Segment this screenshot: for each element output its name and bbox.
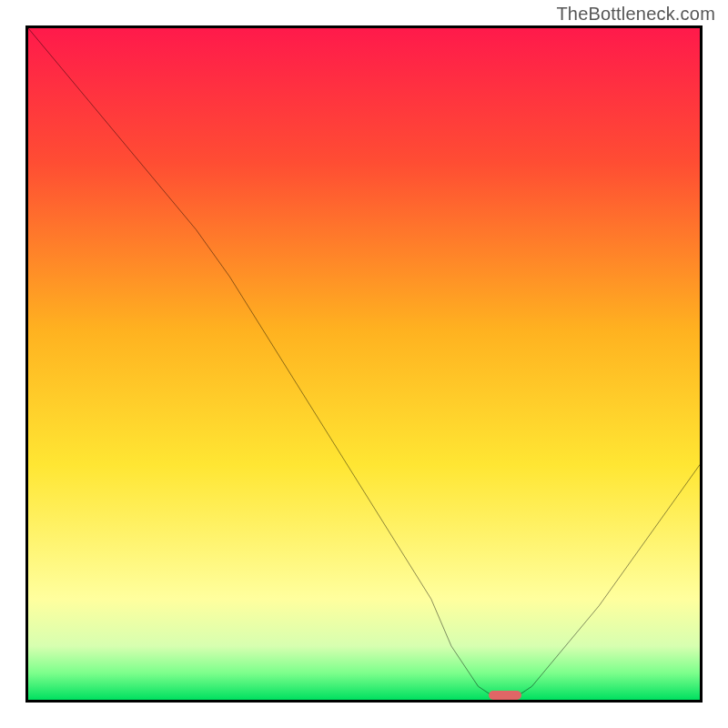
- optimal-marker: [489, 691, 522, 700]
- watermark-text: TheBottleneck.com: [556, 4, 715, 25]
- bottleneck-curve: [28, 28, 700, 700]
- plot-frame: [25, 25, 703, 703]
- chart-container: TheBottleneck.com: [0, 0, 728, 728]
